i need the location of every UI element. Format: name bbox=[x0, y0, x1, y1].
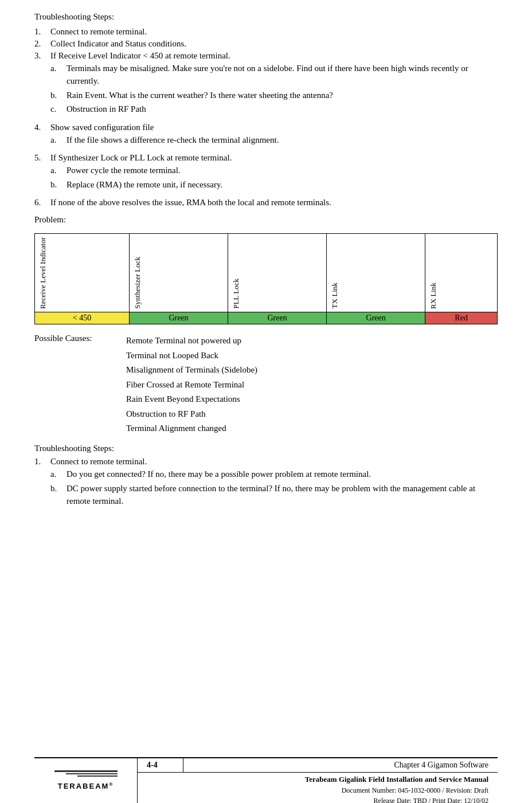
cause-5: Obstruction to RF Path bbox=[126, 407, 498, 422]
step-3-sublist: a. Terminals may be misaligned. Make sur… bbox=[50, 62, 498, 116]
footer-manual-title: Terabeam Gigalink Field Installation and… bbox=[147, 774, 488, 785]
step-3a-text: Terminals may be misaligned. Make sure y… bbox=[66, 62, 498, 88]
footer-logo-area: TERABEAM® bbox=[34, 758, 138, 803]
footer-release-date: Release Date: TBD / Print Date: 12/10/02 bbox=[147, 796, 488, 804]
footer: TERABEAM® 4-4 Chapter 4 Gigamon Software… bbox=[34, 757, 498, 803]
step-5-num: 5. bbox=[34, 153, 50, 192]
footer-doc-info: Terabeam Gigalink Field Installation and… bbox=[138, 773, 498, 803]
logo-brand: TERABEAM bbox=[58, 782, 109, 791]
logo-line-3 bbox=[77, 775, 118, 777]
footer-page-row: 4-4 Chapter 4 Gigamon Software bbox=[138, 758, 498, 773]
troubleshooting-heading-2: Troubleshooting Steps: bbox=[34, 442, 498, 455]
td-pll-value: Green bbox=[228, 312, 327, 324]
logo-registered: ® bbox=[109, 782, 114, 787]
td-rx-value: Red bbox=[425, 312, 498, 324]
cause-4: Rain Event Beyond Expectations bbox=[126, 392, 498, 407]
table-row: < 450 Green Green Green Red bbox=[35, 312, 498, 324]
step-3-num: 3. bbox=[34, 51, 50, 117]
step2-1-content: Connect to remote terminal. a. Do you ge… bbox=[50, 457, 498, 509]
step2-1a: a. Do you get connected? If no, there ma… bbox=[50, 468, 498, 481]
problem-heading: Problem: bbox=[34, 213, 498, 226]
step-1: 1. Connect to remote terminal. bbox=[34, 27, 498, 37]
table-header-row: Receive Level Indicator Synthesizer Lock… bbox=[35, 233, 498, 312]
th-rx-label: RX Link bbox=[428, 280, 439, 311]
step-3c-text: Obstruction in RF Path bbox=[66, 103, 498, 116]
th-synthesizer-label: Synthesizer Lock bbox=[132, 254, 143, 311]
step-3: 3. If Receive Level Indicator < 450 at r… bbox=[34, 51, 498, 117]
step-4-num: 4. bbox=[34, 123, 50, 148]
cause-2: Misalignment of Terminals (Sidelobe) bbox=[126, 363, 498, 378]
troubleshooting-heading-1: Troubleshooting Steps: bbox=[34, 10, 498, 23]
step-5b-letter: b. bbox=[50, 178, 66, 191]
th-tx-link: TX Link bbox=[327, 233, 425, 312]
logo-line-1 bbox=[54, 770, 118, 772]
th-rx-link: RX Link bbox=[425, 233, 498, 312]
causes-list: Remote Terminal not powered up Terminal … bbox=[126, 334, 498, 436]
step-5: 5. If Synthesizer Lock or PLL Lock at re… bbox=[34, 153, 498, 192]
footer-chapter-title: Chapter 4 Gigamon Software bbox=[183, 758, 498, 772]
step2-1b-letter: b. bbox=[50, 482, 66, 508]
status-table: Receive Level Indicator Synthesizer Lock… bbox=[34, 233, 498, 325]
causes-label: Possible Causes: bbox=[34, 334, 126, 436]
step-2: 2. Collect Indicator and Status conditio… bbox=[34, 39, 498, 49]
step-3b-letter: b. bbox=[50, 89, 66, 102]
step-5b: b. Replace (RMA) the remote unit, if nec… bbox=[50, 178, 498, 191]
th-pll-label: PLL Lock bbox=[230, 276, 242, 311]
step2-1b-text: DC power supply started before connectio… bbox=[66, 482, 498, 508]
logo-text: TERABEAM® bbox=[58, 782, 114, 790]
td-synthesizer-value: Green bbox=[129, 312, 228, 324]
td-tx-value: Green bbox=[327, 312, 425, 324]
step-4a: a. If the file shows a difference re-che… bbox=[50, 134, 498, 147]
logo-line-2 bbox=[66, 773, 118, 774]
step-4-text: Show saved configuration file bbox=[50, 123, 498, 132]
step-3-content: If Receive Level Indicator < 450 at remo… bbox=[50, 51, 498, 117]
terabeam-logo: TERABEAM® bbox=[54, 770, 118, 790]
th-synthesizer-lock: Synthesizer Lock bbox=[129, 233, 228, 312]
td-receive-value: < 450 bbox=[35, 312, 130, 324]
step-5b-text: Replace (RMA) the remote unit, if necess… bbox=[66, 178, 498, 191]
footer-page-number: 4-4 bbox=[138, 758, 183, 772]
step2-1-sublist: a. Do you get connected? If no, there ma… bbox=[50, 468, 498, 508]
step2-1-text: Connect to remote terminal. bbox=[50, 457, 498, 467]
step2-1a-text: Do you get connected? If no, there may b… bbox=[66, 468, 498, 481]
footer-right: 4-4 Chapter 4 Gigamon Software Terabeam … bbox=[138, 758, 498, 803]
cause-3: Fiber Crossed at Remote Terminal bbox=[126, 378, 498, 393]
step-5-sublist: a. Power cycle the remote terminal. b. R… bbox=[50, 164, 498, 191]
step-2-text: Collect Indicator and Status conditions. bbox=[50, 39, 498, 49]
step-3c: c. Obstruction in RF Path bbox=[50, 103, 498, 116]
step-5-text: If Synthesizer Lock or PLL Lock at remot… bbox=[50, 153, 498, 163]
footer-doc-number: Document Number: 045-1032-0000 / Revisio… bbox=[147, 785, 488, 796]
cause-6: Terminal Alignment changed bbox=[126, 421, 498, 436]
step-6: 6. If none of the above resolves the iss… bbox=[34, 198, 498, 207]
step-3c-letter: c. bbox=[50, 103, 66, 116]
logo-decorative-lines bbox=[54, 770, 118, 780]
th-pll-lock: PLL Lock bbox=[228, 233, 327, 312]
step2-1a-letter: a. bbox=[50, 468, 66, 481]
step-3b: b. Rain Event. What is the current weath… bbox=[50, 89, 498, 102]
step2-1-num: 1. bbox=[34, 457, 50, 509]
step-6-num: 6. bbox=[34, 198, 50, 207]
step-2-num: 2. bbox=[34, 39, 50, 49]
content: Troubleshooting Steps: 1. Connect to rem… bbox=[34, 10, 498, 757]
step2-1: 1. Connect to remote terminal. a. Do you… bbox=[34, 457, 498, 509]
step-3a-letter: a. bbox=[50, 62, 66, 88]
step-5a-letter: a. bbox=[50, 164, 66, 177]
step-3a: a. Terminals may be misaligned. Make sur… bbox=[50, 62, 498, 88]
th-receive-level-label: Receive Level Indicator bbox=[37, 235, 49, 311]
th-tx-label: TX Link bbox=[329, 280, 341, 311]
step-5a: a. Power cycle the remote terminal. bbox=[50, 164, 498, 177]
step2-1b: b. DC power supply started before connec… bbox=[50, 482, 498, 508]
step-4-content: Show saved configuration file a. If the … bbox=[50, 123, 498, 148]
step-3-text: If Receive Level Indicator < 450 at remo… bbox=[50, 51, 498, 61]
step-4: 4. Show saved configuration file a. If t… bbox=[34, 123, 498, 148]
step-4a-text: If the file shows a difference re-check … bbox=[66, 134, 498, 147]
step-4-sublist: a. If the file shows a difference re-che… bbox=[50, 134, 498, 147]
step-1-text: Connect to remote terminal. bbox=[50, 27, 498, 37]
th-receive-level: Receive Level Indicator bbox=[35, 233, 130, 312]
possible-causes-block: Possible Causes: Remote Terminal not pow… bbox=[34, 334, 498, 436]
step-6-text: If none of the above resolves the issue,… bbox=[50, 198, 498, 207]
step-3b-text: Rain Event. What is the current weather?… bbox=[66, 89, 498, 102]
page: Troubleshooting Steps: 1. Connect to rem… bbox=[0, 0, 532, 803]
cause-0: Remote Terminal not powered up bbox=[126, 334, 498, 348]
step-5-content: If Synthesizer Lock or PLL Lock at remot… bbox=[50, 153, 498, 192]
